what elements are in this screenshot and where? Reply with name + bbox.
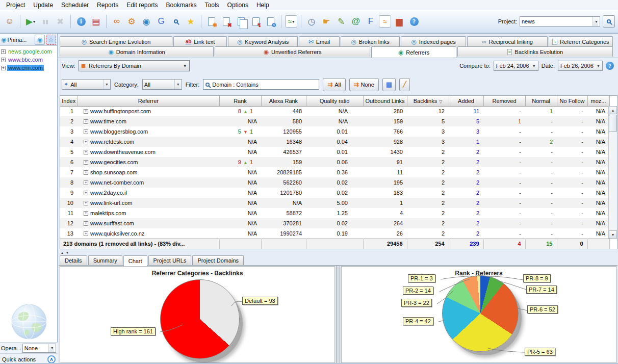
bottom-tab-details[interactable]: Details: [60, 255, 87, 265]
email-contacts-icon[interactable]: @: [349, 15, 363, 28]
table-row[interactable]: 11+malektips.comN/A588721.25422---N/A: [60, 208, 609, 218]
reports-history-icon[interactable]: ≈: [379, 15, 391, 28]
ftp-accounts-icon[interactable]: F: [364, 15, 377, 28]
reminder-icon[interactable]: ☛: [320, 15, 333, 28]
tab-domain-information[interactable]: ◉Domain Information: [60, 46, 214, 57]
expand-icon[interactable]: +: [1, 58, 6, 62]
table-row[interactable]: 8+www.net-comber.comN/A5622600.0219522--…: [60, 177, 609, 188]
column-header-removed[interactable]: Removed: [483, 96, 525, 106]
expand-icon[interactable]: +: [84, 150, 88, 154]
view-select[interactable]: ≣ Referrers By Domain ▼: [79, 60, 190, 71]
column-header-backlinks[interactable]: Backlinks▽: [407, 96, 449, 106]
help-icon[interactable]: ?: [606, 62, 614, 70]
date-select[interactable]: Feb 26, 2006 ▼: [558, 61, 603, 71]
notes-editor-icon[interactable]: ✎: [334, 15, 348, 28]
statistics-icon[interactable]: ▆: [393, 15, 406, 28]
category-select[interactable]: All ▼: [142, 79, 182, 90]
project-select[interactable]: news ▼: [520, 16, 600, 27]
columns-button[interactable]: ▦: [382, 78, 396, 91]
tab-unverified-referrers[interactable]: ◉Unverified Referrers: [215, 46, 370, 57]
column-header-no-follow[interactable]: No Follow: [557, 96, 587, 106]
scheduler-icon[interactable]: ◷: [305, 15, 318, 28]
charts-icon[interactable]: ≈▾: [285, 15, 297, 28]
tab-referrers[interactable]: ◉Referrers: [371, 46, 456, 58]
select-none-button[interactable]: ⇉ None: [349, 78, 379, 91]
new-report-icon[interactable]: ✱: [205, 15, 218, 28]
column-header-alexa-rank[interactable]: Alexa Rank: [261, 96, 306, 106]
column-header-added[interactable]: Added: [449, 96, 483, 106]
tab-keyword-analysis[interactable]: ◎Keyword Analysis: [228, 36, 298, 46]
expand-icon[interactable]: +: [84, 191, 88, 195]
table-row[interactable]: 6+www.geocities.com9▲11590.069122---N/A: [60, 157, 609, 167]
menu-bookmarks[interactable]: Bookmarks: [162, 1, 201, 10]
expand-icon[interactable]: +: [84, 231, 88, 236]
sidebar-item-www-bbc-com[interactable]: +www.bbc.com: [1, 56, 56, 64]
table-row[interactable]: 12+www.surffast.comN/A3702810.0226422---…: [60, 218, 609, 228]
domains-view-button[interactable]: ◉: [35, 35, 45, 45]
browser-icon[interactable]: ◉: [140, 15, 153, 28]
project-search-button[interactable]: [603, 15, 615, 28]
scroll-up-button[interactable]: ▲: [609, 106, 617, 114]
bottom-tab-chart[interactable]: Chart: [123, 255, 147, 266]
expand-icon[interactable]: +: [1, 66, 6, 70]
clean-button[interactable]: ╱: [399, 78, 410, 91]
table-row[interactable]: 10+www.link-url.comN/AN/A5.00122---N/A: [60, 198, 609, 208]
expand-icon[interactable]: +: [84, 180, 88, 185]
menu-tools[interactable]: Tools: [201, 1, 223, 10]
tab-backlinks-evolution[interactable]: ≈Backlinks Evolution: [457, 46, 613, 57]
tab-email[interactable]: ✉Email: [299, 36, 340, 46]
menu-reports[interactable]: Reports: [93, 1, 122, 10]
tab-indexed-pages[interactable]: ◎Indexed pages: [401, 36, 466, 46]
column-header-quality-ratio[interactable]: Quality ratio: [306, 96, 363, 106]
tab-referrer-categories[interactable]: ≈Referrer Categories: [549, 36, 613, 46]
search-documents-icon[interactable]: [169, 15, 183, 28]
vertical-scrollbar[interactable]: ▲ ▼: [608, 106, 617, 239]
compare-date-select[interactable]: Feb 24, 2006 ▼: [494, 61, 538, 71]
expand-icon[interactable]: +: [84, 160, 88, 165]
column-header-moz-[interactable]: moz...: [587, 96, 609, 106]
scroll-thumb[interactable]: [609, 115, 617, 132]
column-header-referrer[interactable]: Referrer: [78, 96, 219, 106]
expand-icon[interactable]: +: [84, 170, 88, 175]
column-header-rank[interactable]: Rank: [219, 96, 261, 106]
expand-icon[interactable]: +: [84, 201, 88, 205]
table-row[interactable]: 2+www.time.comN/A580N/A159551--N/A: [60, 116, 609, 126]
column-header-outbound-links[interactable]: Outbound Links: [363, 96, 407, 106]
expand-icon[interactable]: +: [84, 221, 88, 226]
table-row[interactable]: 9+www.2day.co.ilN/A12017800.0218322---N/…: [60, 188, 609, 198]
link-submit-icon[interactable]: ∞: [110, 15, 123, 28]
scroll-down-button[interactable]: ▼: [609, 230, 617, 239]
user-guide-icon[interactable]: ▤: [89, 15, 102, 28]
favorites-view-button[interactable]: ☆: [46, 35, 56, 45]
filter-input[interactable]: Domain : Contains: [203, 79, 319, 90]
table-row[interactable]: 4+www.refdesk.comN/A163480.0492831-2-N/A: [60, 137, 609, 147]
run-settings-icon[interactable]: ⚙: [125, 15, 138, 28]
expand-icon[interactable]: +: [84, 140, 88, 144]
group-filter-select[interactable]: ✦ All ▼: [62, 79, 111, 90]
update-report-icon[interactable]: ↯: [249, 15, 263, 28]
tab-reciprocal-linking[interactable]: ∞Reciprocal linking: [467, 36, 548, 46]
column-header-normal[interactable]: Normal: [525, 96, 557, 106]
menu-options[interactable]: Options: [223, 1, 252, 10]
tab-search-engine-evolution[interactable]: ◎Search Engine Evolution: [60, 36, 172, 46]
info-icon[interactable]: i: [74, 15, 88, 28]
menu-edit-reports[interactable]: Edit reports: [122, 1, 162, 10]
operations-select[interactable]: None ▼: [22, 344, 56, 353]
table-row[interactable]: 7+shop.sunsoap.comN/A208291850.361122---…: [60, 167, 609, 177]
column-header-index[interactable]: Index: [60, 96, 78, 106]
table-row[interactable]: 13+www.quicksilver.co.nzN/A19902740.1926…: [60, 228, 609, 239]
bottom-tab-summary[interactable]: Summary: [88, 255, 122, 265]
update-wizard-icon[interactable]: ☺: [3, 15, 16, 28]
tab-broken-links[interactable]: ◎Broken links: [341, 36, 400, 46]
expand-icon[interactable]: +: [1, 49, 6, 54]
report-settings-icon[interactable]: ⚙: [264, 15, 277, 28]
expand-icon[interactable]: +: [84, 119, 88, 124]
help-icon[interactable]: ?: [407, 15, 421, 28]
table-row[interactable]: 5+www.downtheavenue.comN/A4265370.011430…: [60, 147, 609, 157]
copy-report-icon[interactable]: [235, 15, 248, 28]
table-row[interactable]: 3+www.bloggersblog.com5▼11209550.0176633…: [60, 126, 609, 137]
menu-help[interactable]: Help: [252, 1, 273, 10]
tab-link-text[interactable]: abLink text: [173, 36, 227, 46]
sidebar-item-www-cnn-com[interactable]: +www.cnn.com: [1, 64, 56, 72]
expand-icon[interactable]: +: [84, 211, 88, 216]
